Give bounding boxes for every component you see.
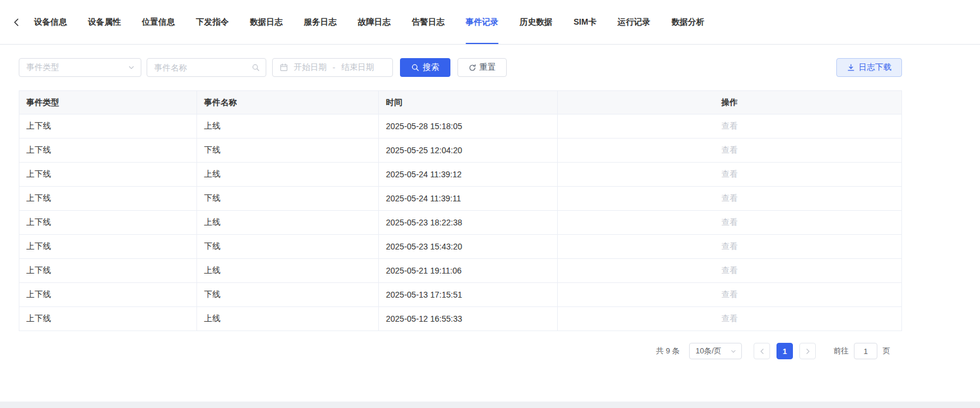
- table-cell: 上线: [197, 163, 379, 187]
- table-cell: 上下线: [19, 187, 197, 211]
- table-cell-action: 查看: [558, 283, 902, 307]
- tab-device-info[interactable]: 设备信息: [23, 0, 77, 44]
- tab-data-log[interactable]: 数据日志: [239, 0, 293, 44]
- goto-suffix: 页: [883, 346, 890, 356]
- table-cell: 上下线: [19, 211, 197, 235]
- event-table: 事件类型事件名称时间操作 上下线上线2025-05-28 15:18:05查看上…: [19, 90, 902, 331]
- table-cell: 上线: [197, 114, 379, 139]
- table-row: 上下线下线2025-05-13 17:15:51查看: [19, 283, 902, 307]
- event-type-select[interactable]: 事件类型: [19, 58, 141, 77]
- view-link[interactable]: 查看: [721, 265, 738, 275]
- table-cell: 2025-05-23 15:43:20: [379, 235, 558, 259]
- device-detail-panel: 设备信息设备属性位置信息下发指令数据日志服务日志故障日志告警日志事件记录历史数据…: [0, 0, 980, 402]
- date-range-picker[interactable]: 开始日期 - 结束日期: [272, 58, 393, 77]
- table-cell: 下线: [197, 187, 379, 211]
- table-row: 上下线上线2025-05-28 15:18:05查看: [19, 114, 902, 139]
- view-link[interactable]: 查看: [721, 241, 738, 251]
- download-log-button[interactable]: 日志下载: [836, 58, 902, 77]
- table-cell: 2025-05-12 16:55:33: [379, 307, 558, 331]
- table-cell: 下线: [197, 139, 379, 163]
- table-cell-action: 查看: [558, 259, 902, 283]
- date-range-separator: -: [333, 63, 335, 72]
- view-link[interactable]: 查看: [721, 313, 738, 323]
- table-cell: 上下线: [19, 114, 197, 139]
- search-button[interactable]: 搜索: [400, 58, 450, 77]
- search-button-label: 搜索: [423, 62, 439, 73]
- column-header: 事件类型: [19, 91, 197, 114]
- table-cell-action: 查看: [558, 235, 902, 259]
- column-header: 事件名称: [197, 91, 379, 114]
- total-count: 共 9 条: [656, 346, 680, 356]
- prev-page-button[interactable]: [754, 343, 770, 359]
- table-cell: 上线: [197, 259, 379, 283]
- tab-event-record[interactable]: 事件记录: [455, 0, 509, 44]
- table-cell: 2025-05-25 12:04:20: [379, 139, 558, 163]
- reset-button[interactable]: 重置: [457, 58, 507, 77]
- tab-send-command[interactable]: 下发指令: [185, 0, 239, 44]
- page-number-button[interactable]: 1: [776, 343, 793, 359]
- table-cell: 2025-05-23 18:22:38: [379, 211, 558, 235]
- event-name-field: [147, 58, 266, 77]
- table-header-row: 事件类型事件名称时间操作: [19, 91, 902, 114]
- event-type-placeholder: 事件类型: [26, 62, 59, 73]
- tab-list: 设备信息设备属性位置信息下发指令数据日志服务日志故障日志告警日志事件记录历史数据…: [23, 0, 715, 44]
- download-icon: [847, 63, 855, 72]
- table-row: 上下线下线2025-05-23 15:43:20查看: [19, 235, 902, 259]
- table-cell: 上下线: [19, 307, 197, 331]
- table-cell: 上线: [197, 211, 379, 235]
- table-cell-action: 查看: [558, 163, 902, 187]
- chevron-down-icon: [128, 64, 135, 71]
- tab-run-record[interactable]: 运行记录: [607, 0, 661, 44]
- search-icon: [411, 63, 419, 72]
- next-page-button[interactable]: [799, 343, 816, 359]
- tab-fault-log[interactable]: 故障日志: [347, 0, 401, 44]
- refresh-icon: [469, 64, 476, 72]
- start-date-placeholder: 开始日期: [294, 62, 327, 73]
- chevron-right-icon: [805, 348, 811, 355]
- page-size-select[interactable]: 10条/页: [689, 343, 742, 359]
- tab-data-analysis[interactable]: 数据分析: [661, 0, 715, 44]
- tab-device-attrs[interactable]: 设备属性: [77, 0, 131, 44]
- table-cell-action: 查看: [558, 307, 902, 331]
- search-icon: [252, 63, 260, 72]
- view-link[interactable]: 查看: [721, 121, 738, 130]
- tab-alarm-log[interactable]: 告警日志: [401, 0, 455, 44]
- table-cell-action: 查看: [558, 187, 902, 211]
- tab-service-log[interactable]: 服务日志: [293, 0, 347, 44]
- tab-location-info[interactable]: 位置信息: [131, 0, 185, 44]
- table-row: 上下线上线2025-05-24 11:39:12查看: [19, 163, 902, 187]
- table-cell: 上下线: [19, 235, 197, 259]
- tab-history-data[interactable]: 历史数据: [509, 0, 563, 44]
- goto-page-input[interactable]: [854, 343, 877, 359]
- table-row: 上下线下线2025-05-25 12:04:20查看: [19, 139, 902, 163]
- view-link[interactable]: 查看: [721, 145, 738, 154]
- table-cell-action: 查看: [558, 211, 902, 235]
- view-link[interactable]: 查看: [721, 193, 738, 203]
- page-size-value: 10条/页: [696, 346, 721, 356]
- view-link[interactable]: 查看: [721, 217, 738, 227]
- table-cell: 上下线: [19, 283, 197, 307]
- table-cell: 下线: [197, 235, 379, 259]
- download-button-label: 日志下载: [859, 62, 891, 73]
- calendar-icon: [280, 63, 288, 72]
- table-cell-action: 查看: [558, 114, 902, 139]
- back-button[interactable]: [9, 14, 23, 31]
- table-cell: 2025-05-13 17:15:51: [379, 283, 558, 307]
- table-row: 上下线上线2025-05-21 19:11:06查看: [19, 259, 902, 283]
- table-cell: 2025-05-21 19:11:06: [379, 259, 558, 283]
- table-cell: 2025-05-24 11:39:12: [379, 163, 558, 187]
- table-cell-action: 查看: [558, 139, 902, 163]
- table-body: 上下线上线2025-05-28 15:18:05查看上下线下线2025-05-2…: [19, 114, 902, 331]
- table-row: 上下线上线2025-05-23 18:22:38查看: [19, 211, 902, 235]
- end-date-placeholder: 结束日期: [341, 62, 374, 73]
- tab-sim-card[interactable]: SIM卡: [563, 0, 607, 44]
- chevron-down-icon: [730, 348, 737, 355]
- event-name-input[interactable]: [147, 59, 252, 76]
- view-link[interactable]: 查看: [721, 169, 738, 178]
- column-header: 时间: [379, 91, 558, 114]
- view-link[interactable]: 查看: [721, 289, 738, 299]
- table-cell: 上下线: [19, 259, 197, 283]
- column-header: 操作: [558, 91, 902, 114]
- table-cell: 2025-05-24 11:39:11: [379, 187, 558, 211]
- chevron-left-icon: [12, 18, 21, 27]
